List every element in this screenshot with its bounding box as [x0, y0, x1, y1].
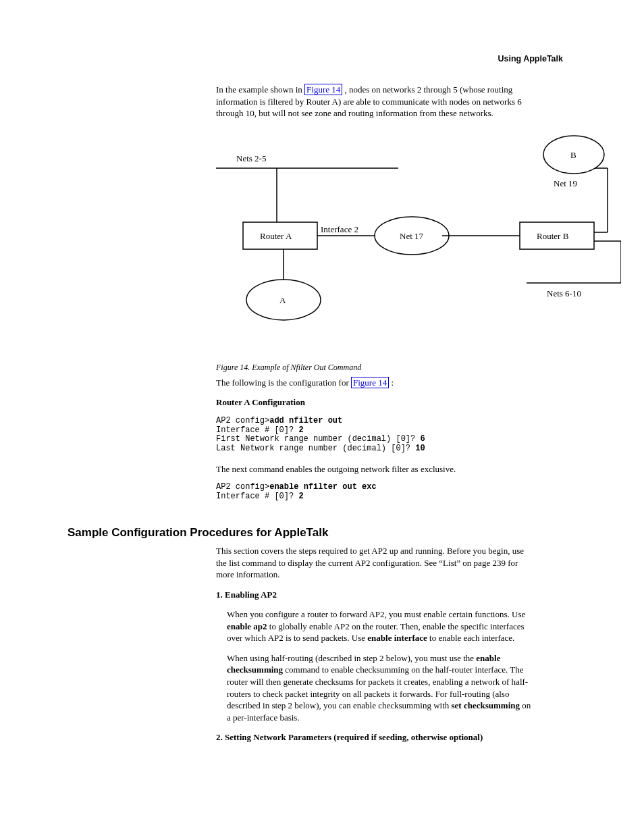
intro-prefix: In the example shown in — [216, 84, 304, 95]
code-input: 10 — [415, 444, 425, 453]
step1-p1-prefix: When you configure a router to forward A… — [227, 609, 525, 619]
config-lead-paragraph: The following is the configuration for F… — [216, 377, 576, 389]
label-router-a: Router A — [260, 231, 292, 241]
label-cloud-a: A — [279, 295, 286, 305]
figure-caption: Figure 14. Example of Nfilter Out Comman… — [216, 363, 576, 373]
label-cloud-b: B — [570, 150, 576, 160]
code-input: 2 — [298, 425, 303, 435]
enable-lead-paragraph: The next command enables the outgoing ne… — [216, 463, 576, 475]
step1-title: 1. Enabling AP2 — [216, 589, 536, 601]
step1-p2: When using half-routing (described in st… — [227, 652, 536, 723]
code-input: 2 — [298, 492, 303, 501]
label-nets-2-5: Nets 2-5 — [236, 153, 266, 163]
step1-p1-suffix: to enable each interface. — [429, 633, 514, 643]
code-block-1: AP2 config>add nfilter out Interface # [… — [216, 417, 576, 454]
code-cmd: add nfilter out — [269, 416, 342, 425]
label-nets-6-10: Nets 6-10 — [547, 288, 581, 298]
step1-p1-cmd1: enable ap2 — [227, 621, 267, 631]
code-line: AP2 config> — [216, 416, 269, 425]
step1-p1: When you configure a router to forward A… — [227, 608, 536, 644]
config-lead-suffix: : — [391, 377, 394, 388]
intro-paragraph: In the example shown in Figure 14 , node… — [216, 84, 536, 120]
code-line: First Network range number (decimal) [0]… — [216, 434, 420, 444]
sample-p1: This section covers the steps required t… — [216, 545, 536, 581]
label-net-17: Net 17 — [400, 231, 424, 241]
code-cmd: enable nfilter out exc — [269, 482, 376, 492]
section-sample-config-title: Sample Configuration Procedures for Appl… — [68, 526, 576, 540]
code-line: AP2 config> — [216, 482, 269, 492]
figure-14-diagram: Nets 2-5 Router A A Interface 2 Net 17 R… — [189, 128, 576, 346]
label-interface-2: Interface 2 — [321, 224, 358, 234]
running-head: Using AppleTalk — [68, 54, 563, 63]
code-block-2: AP2 config>enable nfilter out exc Interf… — [216, 483, 576, 502]
config-lead-prefix: The following is the configuration for — [216, 377, 351, 388]
figure-link-14a[interactable]: Figure 14 — [304, 84, 342, 95]
label-net-19: Net 19 — [554, 178, 577, 188]
code-line: Interface # [0]? — [216, 492, 298, 501]
step2-title: 2. Setting Network Parameters (required … — [216, 731, 536, 744]
code-input: 6 — [420, 434, 425, 444]
figure-link-14b[interactable]: Figure 14 — [351, 377, 389, 388]
code-line: Interface # [0]? — [216, 425, 298, 435]
code-line: Last Network range number (decimal) [0]? — [216, 444, 415, 453]
section-config-title: Router A Configuration — [216, 396, 576, 409]
step1-p2-cmd2: set checksumming — [452, 700, 520, 710]
label-router-b: Router B — [537, 231, 569, 241]
step1-p1-cmd2: enable interface — [367, 633, 427, 643]
step1-p2-prefix: When using half-routing (described in st… — [227, 653, 476, 663]
